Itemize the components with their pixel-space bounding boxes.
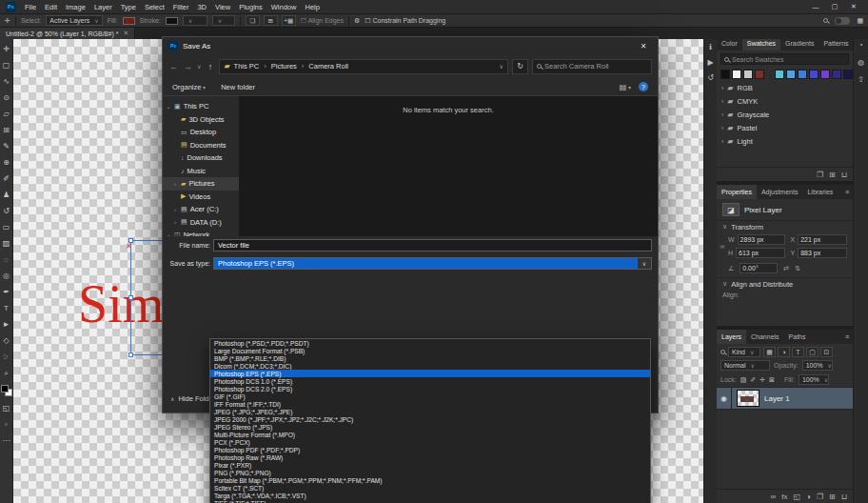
format-option[interactable]: BMP (*.BMP;*.RLE;*.DIB): [210, 354, 650, 362]
back-button[interactable]: ←: [168, 62, 179, 71]
color-swatch[interactable]: [843, 70, 853, 79]
menu-item[interactable]: Help: [305, 3, 319, 11]
panel-footer-icon[interactable]: ∞: [771, 493, 777, 501]
color-swatch[interactable]: [832, 70, 841, 79]
file-name-input[interactable]: Vector file: [213, 239, 652, 252]
up-button[interactable]: ↑: [205, 62, 215, 71]
menu-item[interactable]: 3D: [197, 3, 207, 11]
close-tab-icon[interactable]: ✕: [123, 30, 128, 37]
layer-name[interactable]: Layer 1: [764, 394, 790, 403]
constrain-path-checkbox[interactable]: ☐ Constrain Path Dragging: [365, 17, 445, 25]
mode-button[interactable]: ❏: [246, 15, 260, 26]
layer-filter-icon[interactable]: T: [792, 347, 804, 357]
help-icon[interactable]: ?: [639, 82, 648, 91]
sidebar-location-item[interactable]: › ▤ DATA (D:): [163, 216, 239, 230]
transform-section-header[interactable]: ∨ Transform: [717, 220, 853, 232]
menu-item[interactable]: View: [215, 3, 230, 11]
panel-tab[interactable]: Channels: [746, 330, 784, 344]
field-value-input[interactable]: 2893 px: [738, 234, 785, 245]
menu-item[interactable]: Plugins: [239, 3, 263, 11]
format-option[interactable]: PCX (*.PCX): [210, 438, 650, 446]
color-swatch[interactable]: [786, 70, 796, 79]
lock-icon[interactable]: ✐: [750, 376, 756, 384]
tool-button[interactable]: ⊕: [0, 154, 13, 171]
sidebar-location-item[interactable]: ▤ Documents: [163, 139, 239, 152]
dropdown-arrow-icon[interactable]: ∨: [638, 258, 651, 269]
tool-button[interactable]: T: [0, 300, 13, 316]
panel-footer-icon[interactable]: ❐: [817, 493, 823, 501]
expand-chevron-icon[interactable]: ›: [721, 85, 723, 91]
menu-item[interactable]: Type: [121, 3, 136, 11]
layer-filter-icon[interactable]: ▢: [806, 347, 819, 357]
view-options-button[interactable]: ▤: [620, 83, 631, 91]
expand-chevron-icon[interactable]: ›: [172, 181, 178, 187]
opacity-input[interactable]: 100%: [802, 360, 833, 371]
blend-mode-dropdown[interactable]: Normal: [720, 360, 770, 371]
flip-vertical-icon[interactable]: ⇅: [795, 265, 800, 272]
dock-panel-icon[interactable]: ▶: [707, 58, 713, 67]
tool-button[interactable]: ▱: [0, 106, 13, 122]
capture-toggle[interactable]: [835, 17, 850, 25]
organize-button[interactable]: Organize: [172, 83, 206, 91]
expand-chevron-icon[interactable]: ›: [172, 219, 178, 225]
format-option[interactable]: JPEG 2000 (*.JPF;*.JPX;*.JP2;*.J2C;*.J2K…: [210, 415, 650, 423]
format-option[interactable]: Scitex CT (*.SCT): [210, 484, 650, 492]
foreground-color-swatch[interactable]: [1, 385, 9, 392]
panel-menu-icon[interactable]: ≡: [841, 185, 853, 199]
strip-panel-icon[interactable]: ◔: [858, 41, 863, 50]
fill-input[interactable]: 100%: [799, 374, 829, 385]
dock-panel-icon[interactable]: ℹ: [709, 43, 712, 51]
panel-footer-icon[interactable]: ⊞: [829, 493, 836, 501]
color-swatch[interactable]: [798, 70, 807, 79]
link-dimensions-icon[interactable]: ∞: [717, 232, 728, 260]
align-section-header[interactable]: ∨ Align and Distribute: [717, 277, 853, 290]
sidebar-location-item[interactable]: ⌄ ▣ This PC: [163, 100, 239, 113]
format-option[interactable]: PNG (*.PNG;*.PNG): [210, 469, 650, 476]
expand-chevron-icon[interactable]: ›: [172, 207, 178, 212]
transform-handle[interactable]: [128, 295, 133, 300]
strip-panel-icon[interactable]: ⇧: [858, 75, 864, 84]
fill-swatch[interactable]: [123, 17, 135, 25]
format-option[interactable]: Photoshop Raw (*.RAW): [210, 453, 650, 461]
mode-button[interactable]: ⊞: [264, 15, 278, 26]
dock-panel-icon[interactable]: ↺: [707, 73, 714, 82]
breadcrumb-item[interactable]: Camera Roll: [297, 62, 348, 70]
menu-item[interactable]: Filter: [173, 3, 189, 11]
layer-row[interactable]: ◉ Layer 1: [717, 387, 853, 410]
tool-button[interactable]: ◎: [0, 268, 13, 284]
field-value-input[interactable]: 613 px: [736, 248, 784, 258]
sidebar-location-item[interactable]: › ▰ Pictures: [163, 177, 239, 191]
layer-filter-icon[interactable]: ▦: [763, 347, 776, 357]
tool-extra-button[interactable]: ⋯: [0, 433, 13, 449]
color-swatch[interactable]: [809, 70, 819, 79]
format-option[interactable]: Large Document Format (*.PSB): [210, 347, 650, 354]
format-option[interactable]: Photoshop EPS (*.EPS): [210, 370, 650, 377]
workspace-icon[interactable]: ▦: [857, 17, 863, 25]
format-option[interactable]: Photoshop PDF (*.PDF;*.PDP): [210, 446, 650, 453]
panel-footer-icon[interactable]: fx: [781, 493, 787, 501]
lock-icon[interactable]: ✛: [760, 376, 765, 384]
panel-footer-icon[interactable]: ⊔: [841, 171, 847, 179]
expand-chevron-icon[interactable]: ⌄: [166, 103, 171, 110]
color-swatch[interactable]: [775, 70, 784, 79]
panel-tab[interactable]: Libraries: [802, 185, 838, 199]
format-option[interactable]: Photoshop (*.PSD;*.PDD;*.PSDT): [210, 339, 650, 347]
menu-item[interactable]: Image: [66, 3, 86, 11]
sidebar-location-item[interactable]: ♪ Music: [163, 165, 239, 178]
window-control-button[interactable]: —: [807, 1, 824, 12]
tool-button[interactable]: ∿: [0, 73, 13, 90]
tool-extra-button[interactable]: ▫: [0, 416, 13, 433]
sidebar-location-item[interactable]: ▭ Desktop: [163, 126, 239, 139]
tool-button[interactable]: ⌕: [0, 365, 13, 381]
tool-extra-button[interactable]: ◱: [0, 400, 13, 416]
format-option[interactable]: TIFF (*.TIF;*.TIFF): [210, 499, 650, 503]
refresh-button[interactable]: ↻: [512, 59, 528, 74]
new-folder-button[interactable]: New folder: [221, 83, 255, 91]
lock-icon[interactable]: ▨: [740, 376, 747, 384]
dialog-search-input[interactable]: Search Camera Roll: [532, 59, 652, 74]
panel-footer-icon[interactable]: ❐: [817, 171, 823, 179]
format-option[interactable]: Portable Bit Map (*.PBM;*.PGM;*.PPM;*.PN…: [210, 476, 650, 484]
layer-filter-icon[interactable]: ⊡: [820, 347, 833, 357]
save-type-dropdown[interactable]: Photoshop EPS (*.EPS) ∨: [213, 257, 652, 270]
swatch-group-row[interactable]: › ▰ Grayscale: [717, 108, 853, 121]
